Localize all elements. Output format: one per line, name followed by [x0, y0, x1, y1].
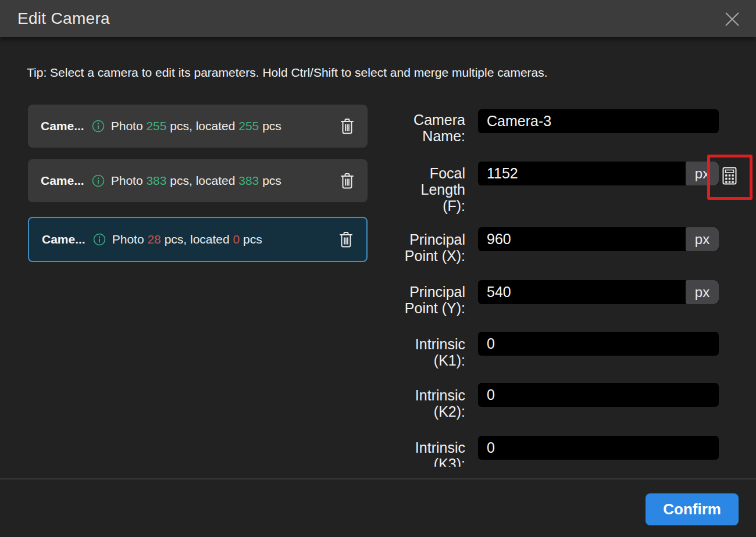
confirm-button[interactable]: Confirm: [646, 493, 739, 525]
intrinsic-k3-field-label: Intrinsic (K3):: [361, 439, 465, 467]
delete-camera-button[interactable]: [338, 231, 354, 248]
label-line: (K2):: [361, 403, 465, 420]
camera-stats: Photo 28 pcs, located 0 pcs: [112, 232, 262, 246]
intrinsic-k2-input[interactable]: [478, 383, 719, 407]
trash-icon: [340, 172, 355, 189]
intrinsic-k1-input[interactable]: [478, 332, 719, 356]
footer-divider: [0, 478, 756, 479]
label-line: Intrinsic: [361, 439, 465, 456]
label-line: Name:: [361, 128, 465, 144]
principal-point-x-input[interactable]: [478, 227, 719, 251]
camera-name-label: Came...: [41, 119, 84, 133]
unit-px-badge: px: [686, 227, 719, 251]
dialog-titlebar: Edit Camera: [0, 0, 756, 37]
label-line: Principal: [361, 231, 465, 248]
photo-count: 255: [146, 119, 166, 133]
label-line: (K3):: [361, 456, 465, 467]
focal-length-input[interactable]: [478, 162, 719, 185]
camera-name-label: Came...: [41, 174, 84, 188]
close-icon: [725, 12, 740, 27]
located-count: 383: [238, 174, 259, 187]
delete-camera-button[interactable]: [340, 172, 355, 189]
camera-stats: Photo 383 pcs, located 383 pcs: [111, 174, 281, 188]
camera-list-item[interactable]: Came... Photo 383 pcs, located 383 pcs: [28, 159, 368, 202]
mid-word: pcs, located: [170, 174, 235, 187]
principal-point-x-field-label: Principal Point (X):: [361, 231, 465, 264]
label-line: (F):: [361, 198, 465, 214]
focal-length-field-label: Focal Length (F):: [361, 165, 465, 214]
unit-px-badge: px: [686, 280, 719, 304]
principal-point-y-field-label: Principal Point (Y):: [361, 284, 465, 316]
calculator-button[interactable]: [721, 166, 737, 185]
info-circle-icon: [92, 174, 105, 187]
label-line: Principal: [361, 284, 465, 300]
info-circle-icon: [93, 233, 106, 246]
camera-list-item[interactable]: Came... Photo 255 pcs, located 255 pcs: [28, 105, 368, 148]
intrinsic-k2-field-label: Intrinsic (K2):: [361, 387, 465, 420]
label-line: Camera: [361, 112, 465, 128]
mid-word: pcs, located: [170, 119, 235, 133]
label-line: (K1):: [361, 352, 465, 368]
pcs-word: pcs: [243, 232, 262, 246]
trash-icon: [340, 117, 355, 135]
unit-px-badge: px: [686, 162, 719, 185]
dialog-title: Edit Camera: [17, 0, 110, 37]
photo-word: Photo: [112, 232, 144, 246]
photo-count: 383: [146, 174, 166, 187]
pcs-word: pcs: [262, 174, 281, 187]
close-button[interactable]: [722, 9, 742, 29]
dialog-content: Tip: Select a camera to edit its paramet…: [0, 37, 756, 467]
camera-name-label: Came...: [42, 232, 85, 246]
mid-word: pcs, located: [165, 232, 230, 246]
label-line: Point (Y):: [361, 300, 465, 316]
edit-camera-dialog: Edit Camera Tip: Select a camera to edit…: [0, 0, 756, 537]
photo-count: 28: [147, 232, 161, 246]
delete-camera-button[interactable]: [340, 117, 355, 135]
label-line: Intrinsic: [361, 387, 465, 403]
calculator-icon: [722, 167, 737, 185]
photo-word: Photo: [111, 174, 143, 187]
camera-stats: Photo 255 pcs, located 255 pcs: [111, 119, 281, 133]
located-count: 0: [233, 232, 240, 246]
principal-point-y-input[interactable]: [478, 280, 719, 304]
tip-text: Tip: Select a camera to edit its paramet…: [27, 66, 548, 80]
photo-word: Photo: [111, 119, 143, 133]
label-line: Intrinsic: [361, 336, 465, 352]
label-line: Length: [361, 181, 465, 198]
info-circle-icon: [92, 120, 105, 133]
label-line: Focal: [361, 165, 465, 181]
camera-list-item-selected[interactable]: Came... Photo 28 pcs, located 0 pcs: [28, 217, 368, 262]
camera-name-input[interactable]: [478, 109, 719, 133]
pcs-word: pcs: [262, 119, 281, 133]
intrinsic-k1-field-label: Intrinsic (K1):: [361, 336, 465, 368]
label-line: Point (X):: [361, 248, 465, 264]
intrinsic-k3-input[interactable]: [478, 436, 719, 460]
trash-icon: [338, 231, 354, 248]
camera-name-field-label: Camera Name:: [361, 112, 465, 144]
located-count: 255: [238, 119, 259, 133]
